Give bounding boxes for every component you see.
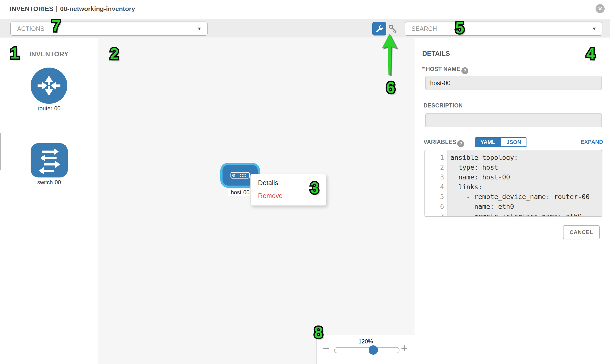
- palette-item-switch-label: switch-00: [0, 179, 98, 186]
- breadcrumb-divider: |: [53, 5, 60, 13]
- breadcrumb-inventory-name: 00-networking-inventory: [60, 5, 135, 13]
- host-name-label: HOST NAME: [426, 66, 460, 72]
- actions-dropdown-placeholder: ACTIONS: [17, 25, 44, 32]
- switch-icon: [31, 143, 68, 178]
- line-number: 1: [425, 153, 447, 163]
- description-input[interactable]: [425, 113, 602, 127]
- line-text: - remote_device_name: router-00: [447, 192, 590, 202]
- window-edge-scrollbar[interactable]: [0, 133, 1, 170]
- search-placeholder: SEARCH: [412, 25, 437, 32]
- variables-format-toggle: YAML JSON: [475, 137, 527, 147]
- details-panel: DETAILS * HOST NAME ? DESCRIPTION VARIAB…: [415, 38, 610, 364]
- breadcrumb-section[interactable]: INVENTORIES: [10, 5, 53, 13]
- host-name-field-label-row: * HOST NAME ?: [422, 65, 468, 74]
- expand-link[interactable]: EXPAND: [581, 139, 603, 145]
- line-number: 2: [425, 163, 447, 172]
- line-number: 7: [425, 211, 447, 217]
- code-line: 7 remote_interface_name: eth0: [425, 211, 602, 217]
- variables-code-editor[interactable]: 1ansible_topology: 2 type: host 3 name: …: [425, 150, 602, 217]
- toolbar: ACTIONS ▾ SEARCH ▾: [0, 19, 610, 38]
- chevron-down-icon: ▾: [198, 26, 201, 32]
- inventory-palette-sidebar: INVENTORY router-00: [0, 38, 98, 364]
- wrench-icon: [375, 25, 384, 33]
- zoom-level-label: 120%: [317, 338, 415, 345]
- line-text: remote_interface_name: eth0: [447, 211, 582, 217]
- close-icon: ✕: [598, 6, 602, 12]
- annotation-3: 3: [310, 179, 319, 197]
- help-question-icon[interactable]: ?: [457, 140, 464, 147]
- annotation-8: 8: [314, 323, 323, 341]
- line-number: 6: [425, 202, 447, 211]
- zoom-control: 120% − +: [316, 335, 415, 364]
- router-icon: [31, 67, 67, 104]
- annotation-4: 4: [586, 45, 595, 63]
- zoom-in-button[interactable]: +: [401, 342, 408, 354]
- host-name-input[interactable]: [425, 76, 602, 90]
- code-line: 1ansible_topology:: [425, 153, 602, 163]
- annotation-7: 7: [52, 17, 61, 35]
- code-lines: 1ansible_topology: 2 type: host 3 name: …: [425, 153, 602, 217]
- code-line: 5 - remote_device_name: router-00: [425, 192, 602, 202]
- tools-button[interactable]: [372, 22, 386, 36]
- palette-item-router-label: router-00: [0, 105, 98, 112]
- variables-label: VARIABLES: [424, 139, 456, 145]
- code-line: 2 type: host: [425, 163, 602, 172]
- json-toggle-button[interactable]: JSON: [501, 138, 527, 146]
- annotation-1: 1: [10, 44, 19, 62]
- key-icon: [388, 24, 398, 34]
- zoom-slider-track[interactable]: [334, 347, 400, 353]
- description-label: DESCRIPTION: [424, 102, 463, 109]
- code-line: 4 links:: [425, 182, 602, 192]
- host-node-label: host-00: [228, 189, 252, 196]
- breadcrumb: INVENTORIES|00-networking-inventory: [10, 5, 135, 13]
- details-heading: DETAILS: [422, 50, 450, 58]
- required-asterisk: *: [422, 65, 425, 72]
- annotation-arrow-up: [382, 34, 397, 76]
- credentials-key-button[interactable]: [387, 22, 399, 36]
- zoom-out-button[interactable]: −: [323, 342, 329, 354]
- header-bar: INVENTORIES|00-networking-inventory ✕: [0, 0, 610, 19]
- actions-dropdown[interactable]: ACTIONS ▾: [10, 22, 208, 36]
- zoom-slider-handle[interactable]: [369, 345, 378, 355]
- search-dropdown[interactable]: SEARCH ▾: [405, 22, 602, 36]
- palette-item-router[interactable]: [31, 67, 67, 104]
- line-text: type: host: [447, 163, 498, 172]
- cancel-button[interactable]: CANCEL: [563, 225, 600, 239]
- line-number: 3: [425, 172, 447, 182]
- annotation-6: 6: [386, 78, 395, 97]
- code-line: 6 name: eth0: [425, 202, 602, 211]
- line-number: 4: [425, 182, 447, 192]
- line-text: name: eth0: [447, 202, 514, 211]
- line-text: ansible_topology:: [447, 153, 518, 163]
- line-text: name: host-00: [447, 172, 510, 182]
- host-icon: [230, 172, 250, 179]
- code-line: 3 name: host-00: [425, 172, 602, 182]
- topology-editor-window: INVENTORIES|00-networking-inventory ✕ AC…: [0, 0, 610, 364]
- annotation-5: 5: [455, 19, 464, 37]
- annotation-2: 2: [110, 45, 119, 63]
- chevron-down-icon: ▾: [593, 26, 596, 32]
- yaml-toggle-button[interactable]: YAML: [475, 138, 501, 146]
- variables-label-row: VARIABLES ?: [424, 139, 464, 147]
- palette-item-switch[interactable]: [31, 143, 68, 178]
- line-text: links:: [447, 182, 482, 192]
- help-question-icon[interactable]: ?: [461, 67, 468, 74]
- close-button[interactable]: ✕: [596, 4, 605, 13]
- line-number: 5: [425, 192, 447, 202]
